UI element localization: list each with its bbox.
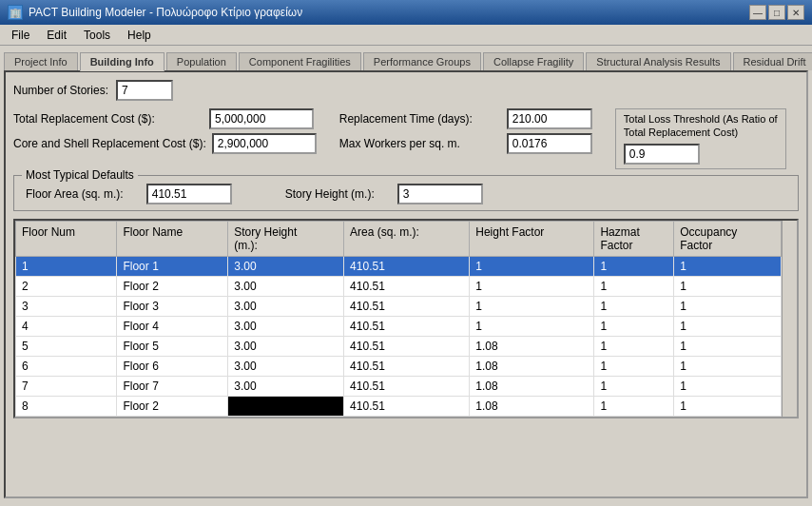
col-hazmat: HazmatFactor xyxy=(594,222,674,257)
table-cell: 1 xyxy=(674,317,782,337)
close-button[interactable]: ✕ xyxy=(787,5,804,20)
col-floor-num: Floor Num xyxy=(16,222,117,257)
tab-performance-groups[interactable]: Performance Groups xyxy=(363,52,481,70)
table-cell: 7 xyxy=(16,377,117,397)
table-cell: 1 xyxy=(674,357,782,377)
tab-collapse-fragility[interactable]: Collapse Fragility xyxy=(483,52,584,70)
table-cell: Floor 6 xyxy=(117,357,228,377)
table-cell: 410.51 xyxy=(344,257,470,277)
table-row[interactable]: 4Floor 43.00410.51111 xyxy=(16,317,782,337)
maximize-button[interactable]: □ xyxy=(768,5,785,20)
table-cell: 1 xyxy=(594,337,674,357)
floor-table: Floor Num Floor Name Story Height(m.): A… xyxy=(15,221,782,417)
total-replacement-label: Total Replacement Cost ($): xyxy=(13,112,203,126)
table-cell: Floor 4 xyxy=(117,317,228,337)
total-replacement-input[interactable] xyxy=(209,108,314,129)
story-height-label: Story Height (m.): xyxy=(285,187,375,201)
table-cell: 3.00 xyxy=(228,377,344,397)
table-cell: 1.08 xyxy=(470,337,594,357)
menu-item-help[interactable]: Help xyxy=(120,27,159,44)
replacement-time-label: Replacement Time (days): xyxy=(339,112,501,126)
table-cell: 3.00 xyxy=(228,257,344,277)
table-cell: 410.51 xyxy=(344,277,470,297)
table-cell: 410.51 xyxy=(344,377,470,397)
table-cell: 3.00 xyxy=(228,297,344,317)
defaults-box: Most Typical Defaults Floor Area (sq. m.… xyxy=(13,175,799,211)
tab-structural-analysis-results[interactable]: Structural Analysis Results xyxy=(586,52,730,70)
table-scrollbar[interactable] xyxy=(782,221,797,417)
menu-item-file[interactable]: File xyxy=(4,27,37,44)
title-bar: 🏢 PACT Building Modeler - Πολυώροφο Κτίρ… xyxy=(0,0,812,25)
table-cell: 1 xyxy=(594,257,674,277)
table-cell: 1.08 xyxy=(470,377,594,397)
defaults-legend: Most Typical Defaults xyxy=(22,168,138,182)
table-cell: Floor 1 xyxy=(117,257,228,277)
table-cell: 3.00 xyxy=(228,337,344,357)
tab-building-info[interactable]: Building Info xyxy=(80,52,164,71)
replacement-time-input[interactable] xyxy=(507,108,592,129)
table-cell: 1 xyxy=(674,277,782,297)
table-cell: Floor 2 xyxy=(117,397,228,417)
table-cell: 410.51 xyxy=(344,357,470,377)
tab-population[interactable]: Population xyxy=(166,52,237,70)
floor-table-wrapper: Floor Num Floor Name Story Height(m.): A… xyxy=(13,219,799,418)
table-row[interactable]: 6Floor 63.00410.511.0811 xyxy=(16,357,782,377)
menu-bar: FileEditToolsHelp xyxy=(0,25,812,46)
table-cell: 1 xyxy=(674,297,782,317)
table-cell: 3.00 xyxy=(228,317,344,337)
table-cell: Floor 7 xyxy=(117,377,228,397)
table-cell: 3.00 xyxy=(228,357,344,377)
total-loss-line1: Total Loss Threshold (As Ratio of xyxy=(624,113,778,125)
table-cell: 1 xyxy=(594,357,674,377)
col-height-factor: Height Factor xyxy=(470,222,594,257)
tab-residual-drift[interactable]: Residual Drift xyxy=(733,52,812,70)
table-cell: 1 xyxy=(594,297,674,317)
table-cell: 410.51 xyxy=(344,297,470,317)
window-controls: — □ ✕ xyxy=(749,5,804,20)
max-workers-input[interactable] xyxy=(507,133,592,154)
core-shell-input[interactable] xyxy=(212,133,317,154)
table-cell xyxy=(228,397,344,417)
table-cell: 1 xyxy=(594,377,674,397)
menu-item-edit[interactable]: Edit xyxy=(39,27,74,44)
table-cell: 3 xyxy=(16,297,117,317)
table-cell: 2 xyxy=(16,277,117,297)
table-cell: 1 xyxy=(594,397,674,417)
minimize-button[interactable]: — xyxy=(749,5,766,20)
story-height-input[interactable] xyxy=(397,184,483,204)
floor-area-input[interactable] xyxy=(146,184,232,204)
tab-component-fragilities[interactable]: Component Fragilities xyxy=(239,52,361,70)
table-cell: 1 xyxy=(470,317,594,337)
total-loss-line2: Total Replacement Cost) xyxy=(624,126,778,138)
num-stories-row: Number of Stories: xyxy=(13,80,799,101)
table-row[interactable]: 1Floor 13.00410.51111 xyxy=(16,257,782,277)
table-cell: Floor 5 xyxy=(117,337,228,357)
table-cell: 8 xyxy=(16,397,117,417)
tab-project-info[interactable]: Project Info xyxy=(4,52,78,70)
table-row[interactable]: 8Floor 2410.511.0811 xyxy=(16,397,782,417)
max-workers-label: Max Workers per sq. m. xyxy=(339,137,501,150)
table-cell: 3.00 xyxy=(228,277,344,297)
table-cell: Floor 2 xyxy=(117,277,228,297)
total-loss-input[interactable] xyxy=(624,144,700,165)
floor-area-label: Floor Area (sq. m.): xyxy=(26,187,124,201)
table-header-row: Floor Num Floor Name Story Height(m.): A… xyxy=(16,222,782,257)
table-row[interactable]: 3Floor 33.00410.51111 xyxy=(16,297,782,317)
menu-item-tools[interactable]: Tools xyxy=(76,27,118,44)
table-cell: 1 xyxy=(470,297,594,317)
num-stories-input[interactable] xyxy=(116,80,173,101)
table-row[interactable]: 7Floor 73.00410.511.0811 xyxy=(16,377,782,397)
table-cell: Floor 3 xyxy=(117,297,228,317)
table-row[interactable]: 2Floor 23.00410.51111 xyxy=(16,277,782,297)
table-cell: 1 xyxy=(674,377,782,397)
table-cell: 1.08 xyxy=(470,357,594,377)
table-cell: 1 xyxy=(594,277,674,297)
col-occupancy: OccupancyFactor xyxy=(674,222,782,257)
table-cell: 1 xyxy=(470,257,594,277)
table-cell: 1 xyxy=(16,257,117,277)
table-cell: 5 xyxy=(16,337,117,357)
table-cell: 1.08 xyxy=(470,397,594,417)
table-row[interactable]: 5Floor 53.00410.511.0811 xyxy=(16,337,782,357)
table-cell: 1 xyxy=(674,257,782,277)
app-icon: 🏢 xyxy=(8,5,23,20)
